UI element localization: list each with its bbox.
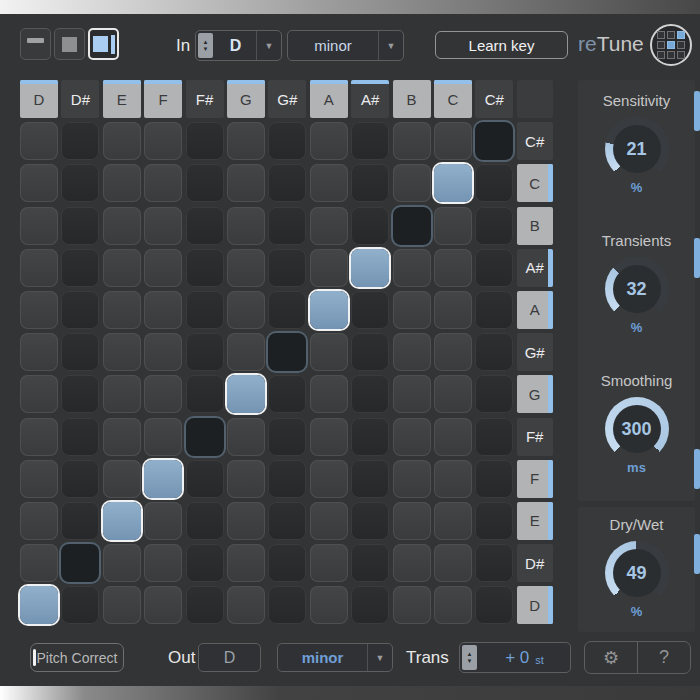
chevron-down-icon[interactable]: ▼	[378, 31, 403, 60]
grid-cell-f-e[interactable]	[103, 460, 141, 498]
knob-dry-wet[interactable]: 49	[605, 541, 669, 605]
grid-cell-d-sharp-c[interactable]	[434, 544, 472, 582]
grid-cell-d-e[interactable]	[103, 586, 141, 624]
grid-cell-d-sharp-f[interactable]	[144, 544, 182, 582]
grid-cell-g-sharp-g-sharp[interactable]	[268, 333, 306, 371]
column-header-f[interactable]: F	[144, 80, 182, 118]
grid-cell-a-sharp-c-sharp[interactable]	[475, 249, 513, 287]
chevron-down-icon[interactable]: ▼	[367, 644, 392, 671]
grid-cell-d-c-sharp[interactable]	[475, 586, 513, 624]
grid-cell-c-sharp-a[interactable]	[310, 122, 348, 160]
in-scale-dropdown[interactable]: minor ▼	[287, 30, 404, 61]
row-label-f-sharp[interactable]: F#	[517, 418, 553, 456]
grid-cell-g-d[interactable]	[20, 375, 58, 413]
grid-cell-b-c-sharp[interactable]	[475, 207, 513, 245]
grid-cell-c-sharp-d[interactable]	[20, 122, 58, 160]
grid-cell-a-sharp-e[interactable]	[103, 249, 141, 287]
grid-cell-b-g-sharp[interactable]	[268, 207, 306, 245]
knob-sensitivity[interactable]: 21	[605, 117, 669, 181]
grid-cell-f-g[interactable]	[227, 460, 265, 498]
grid-cell-b-d-sharp[interactable]	[61, 207, 99, 245]
grid-cell-d-g-sharp[interactable]	[268, 586, 306, 624]
grid-cell-f-sharp-b[interactable]	[393, 418, 431, 456]
grid-cell-e-g-sharp[interactable]	[268, 502, 306, 540]
grid-cell-f-a[interactable]	[310, 460, 348, 498]
grid-cell-c-sharp-a-sharp[interactable]	[351, 122, 389, 160]
column-header-c-sharp[interactable]: C#	[475, 80, 513, 118]
grid-cell-b-f[interactable]	[144, 207, 182, 245]
grid-cell-d-sharp-e[interactable]	[103, 544, 141, 582]
grid-cell-a-f-sharp[interactable]	[186, 291, 224, 329]
grid-cell-c-c[interactable]	[434, 164, 472, 202]
grid-cell-g-sharp-e[interactable]	[103, 333, 141, 371]
grid-cell-f-b[interactable]	[393, 460, 431, 498]
column-header-d-sharp[interactable]: D#	[61, 80, 99, 118]
grid-cell-c-b[interactable]	[393, 164, 431, 202]
grid-cell-a-c-sharp[interactable]	[475, 291, 513, 329]
grid-cell-g-sharp-b[interactable]	[393, 333, 431, 371]
column-header-g[interactable]: G	[227, 80, 265, 118]
grid-cell-d-sharp-b[interactable]	[393, 544, 431, 582]
grid-cell-g-c-sharp[interactable]	[475, 375, 513, 413]
grid-cell-d-f-sharp[interactable]	[186, 586, 224, 624]
row-label-g[interactable]: G	[517, 375, 553, 413]
grid-cell-d-g[interactable]	[227, 586, 265, 624]
grid-cell-b-f-sharp[interactable]	[186, 207, 224, 245]
grid-cell-f-sharp-d-sharp[interactable]	[61, 418, 99, 456]
column-header-a-sharp[interactable]: A#	[351, 80, 389, 118]
grid-cell-f-a-sharp[interactable]	[351, 460, 389, 498]
grid-cell-d-b[interactable]	[393, 586, 431, 624]
grid-cell-e-b[interactable]	[393, 502, 431, 540]
grid-cell-g-a-sharp[interactable]	[351, 375, 389, 413]
grid-cell-f-f-sharp[interactable]	[186, 460, 224, 498]
grid-cell-f-c[interactable]	[434, 460, 472, 498]
grid-cell-a-a[interactable]	[310, 291, 348, 329]
grid-cell-b-b[interactable]	[393, 207, 431, 245]
column-header-a[interactable]: A	[310, 80, 348, 118]
grid-cell-c-sharp-d-sharp[interactable]	[61, 122, 99, 160]
grid-cell-b-g[interactable]	[227, 207, 265, 245]
column-header-e[interactable]: E	[103, 80, 141, 118]
grid-cell-f-sharp-c[interactable]	[434, 418, 472, 456]
grid-cell-a-sharp-a[interactable]	[310, 249, 348, 287]
settings-button[interactable]: ⚙	[585, 642, 637, 673]
window-size-large-button[interactable]	[88, 28, 119, 60]
grid-cell-a-d[interactable]	[20, 291, 58, 329]
grid-cell-f-sharp-d[interactable]	[20, 418, 58, 456]
grid-cell-g-b[interactable]	[393, 375, 431, 413]
grid-cell-e-d[interactable]	[20, 502, 58, 540]
grid-cell-c-sharp-g[interactable]	[227, 122, 265, 160]
grid-cell-f-g-sharp[interactable]	[268, 460, 306, 498]
grid-cell-a-sharp-f[interactable]	[144, 249, 182, 287]
grid-cell-c-c-sharp[interactable]	[475, 164, 513, 202]
row-label-d-sharp[interactable]: D#	[517, 544, 553, 582]
grid-cell-a-g-sharp[interactable]	[268, 291, 306, 329]
grid-cell-d-a[interactable]	[310, 586, 348, 624]
grid-cell-a-b[interactable]	[393, 291, 431, 329]
grid-cell-c-f[interactable]	[144, 164, 182, 202]
row-label-e[interactable]: E	[517, 502, 553, 540]
grid-cell-d-sharp-d[interactable]	[20, 544, 58, 582]
grid-cell-a-g[interactable]	[227, 291, 265, 329]
column-header-d[interactable]: D	[20, 80, 58, 118]
grid-cell-a-sharp-d-sharp[interactable]	[61, 249, 99, 287]
grid-cell-g-sharp-g[interactable]	[227, 333, 265, 371]
row-label-d[interactable]: D	[517, 586, 553, 624]
grid-cell-f-c-sharp[interactable]	[475, 460, 513, 498]
grid-cell-g-f-sharp[interactable]	[186, 375, 224, 413]
grid-cell-e-a-sharp[interactable]	[351, 502, 389, 540]
grid-cell-e-c[interactable]	[434, 502, 472, 540]
grid-cell-c-sharp-g-sharp[interactable]	[268, 122, 306, 160]
grid-cell-f-sharp-c-sharp[interactable]	[475, 418, 513, 456]
grid-cell-b-e[interactable]	[103, 207, 141, 245]
grid-cell-c-sharp-c-sharp[interactable]	[475, 122, 513, 160]
row-label-a[interactable]: A	[517, 291, 553, 329]
grid-cell-e-d-sharp[interactable]	[61, 502, 99, 540]
grid-cell-e-e[interactable]	[103, 502, 141, 540]
chevron-down-icon[interactable]: ▼	[256, 31, 281, 60]
grid-cell-c-sharp-f-sharp[interactable]	[186, 122, 224, 160]
column-header-f-sharp[interactable]: F#	[186, 80, 224, 118]
grid-cell-c-a[interactable]	[310, 164, 348, 202]
column-header-b[interactable]: B	[393, 80, 431, 118]
grid-cell-f-sharp-f[interactable]	[144, 418, 182, 456]
